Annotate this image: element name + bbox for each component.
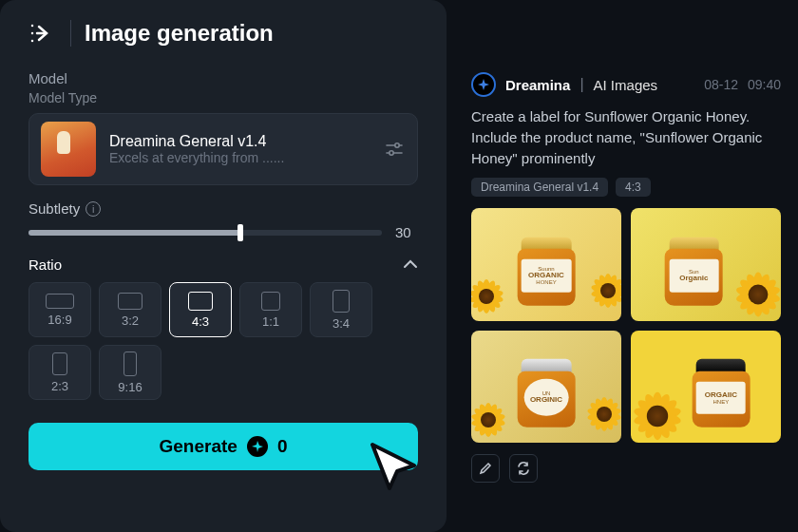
- credits-icon: [247, 436, 268, 457]
- result-grid: SuunnORGANICHONEY SunOrganic UNORGINIC O…: [471, 208, 781, 443]
- subtlety-slider[interactable]: [28, 230, 382, 236]
- chevron-up-icon[interactable]: [403, 256, 418, 273]
- model-thumbnail: [41, 122, 96, 177]
- prompt-text: Create a label for Sunflower Organic Hon…: [471, 106, 781, 168]
- chip-model: Dreamina General v1.4: [471, 178, 608, 197]
- model-name: Dreamina General v1.4: [109, 133, 370, 150]
- panel-title: Image generation: [85, 20, 274, 47]
- ratio-option-2-3[interactable]: 2:3: [28, 345, 91, 400]
- generate-label: Generate: [160, 436, 238, 457]
- ratio-option-3-4[interactable]: 3:4: [310, 282, 372, 337]
- ratio-options: 16:9 3:2 4:3 1:1 3:4 2:3 9:16: [28, 282, 418, 400]
- ratio-option-9-16[interactable]: 9:16: [99, 345, 162, 400]
- divider: [70, 20, 71, 47]
- model-selector[interactable]: Dreamina General v1.4 Excels at everythi…: [28, 113, 418, 185]
- ratio-option-4-3[interactable]: 4:3: [169, 282, 232, 337]
- subtlety-value: 30: [395, 224, 418, 240]
- expand-icon[interactable]: [28, 19, 57, 48]
- chip-row: Dreamina General v1.4 4:3: [471, 178, 781, 197]
- edit-button[interactable]: [471, 454, 500, 483]
- feed-header: Dreamina | AI Images 08-12 09:40: [471, 72, 781, 97]
- brand-category: AI Images: [594, 77, 658, 93]
- model-settings-icon[interactable]: [383, 138, 406, 161]
- model-section-label: Model: [28, 70, 418, 86]
- feed-time: 09:40: [748, 77, 781, 92]
- result-image-3[interactable]: UNORGINIC: [471, 331, 621, 444]
- brand-badge-icon: [471, 72, 496, 97]
- model-type-label: Model Type: [28, 90, 418, 105]
- chip-ratio: 4:3: [616, 178, 651, 197]
- model-description: Excels at everything from ......: [109, 150, 370, 165]
- regenerate-button[interactable]: [509, 454, 538, 483]
- generate-cost: 0: [277, 436, 288, 457]
- ratio-option-3-2[interactable]: 3:2: [99, 282, 162, 337]
- subtlety-label: Subtlety: [28, 200, 80, 217]
- info-icon[interactable]: i: [86, 201, 101, 217]
- feed-date: 08-12: [704, 77, 738, 92]
- svg-point-5: [395, 143, 399, 147]
- generate-button[interactable]: Generate 0: [28, 423, 418, 470]
- result-image-1[interactable]: SuunnORGANICHONEY: [471, 208, 621, 321]
- result-image-2[interactable]: SunOrganic: [631, 208, 781, 321]
- brand-name: Dreamina: [505, 77, 570, 93]
- panel-header: Image generation: [28, 19, 418, 48]
- result-actions: [471, 454, 781, 483]
- result-image-4[interactable]: ORGAIICHNEY: [631, 331, 781, 444]
- svg-point-7: [390, 151, 393, 155]
- ratio-label: Ratio: [28, 256, 62, 273]
- ratio-option-16-9[interactable]: 16:9: [28, 282, 91, 337]
- ratio-option-1-1[interactable]: 1:1: [239, 282, 302, 337]
